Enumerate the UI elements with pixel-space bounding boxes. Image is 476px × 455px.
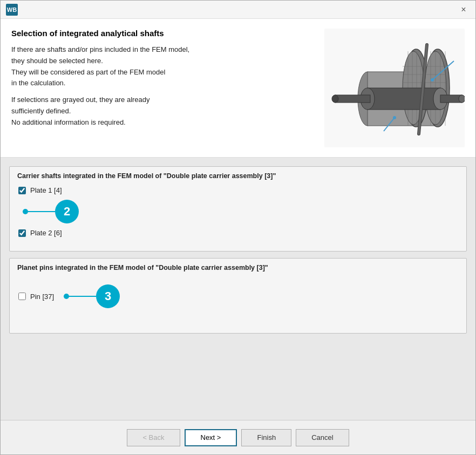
pin37-item: Pin [37] 3 xyxy=(18,284,459,308)
svg-point-34 xyxy=(459,95,465,103)
carrier-shafts-checkboxes: Plate 1 [4] 2 Plate 2 [6] xyxy=(17,186,459,237)
annotation-3-bubble: 3 xyxy=(96,284,120,308)
carrier-shafts-section: Carrier shafts integrated in the FEM mod… xyxy=(9,166,467,252)
plate2-checkbox[interactable] xyxy=(18,229,26,237)
header-text: Selection of integrated analytical shaft… xyxy=(11,29,314,147)
plate2-label[interactable]: Plate 2 [6] xyxy=(30,229,62,237)
model-illustration xyxy=(324,29,465,147)
footer: < Back Next > Finish Cancel xyxy=(1,420,475,454)
carrier-shafts-title: Carrier shafts integrated in the FEM mod… xyxy=(17,172,459,180)
next-button[interactable]: Next > xyxy=(185,429,237,446)
plate1-label[interactable]: Plate 1 [4] xyxy=(30,186,62,194)
description-paragraph-1: If there are shafts and/or pins included… xyxy=(11,44,314,89)
plate1-checkbox[interactable] xyxy=(18,187,26,194)
annotation-2-bubble: 2 xyxy=(55,200,79,223)
annotation-2-line xyxy=(23,211,55,212)
cancel-button[interactable]: Cancel xyxy=(296,429,349,446)
planet-pins-section: Planet pins integrated in the FEM model … xyxy=(9,258,467,334)
description-paragraph-2: If selections are grayed out, they are a… xyxy=(11,94,314,128)
plate1-item: Plate 1 [4] xyxy=(18,186,459,194)
description: If there are shafts and/or pins included… xyxy=(11,44,314,128)
planet-pins-checkboxes: Pin [37] 3 xyxy=(17,278,459,324)
planet-pins-title: Planet pins integrated in the FEM model … xyxy=(17,264,459,271)
pin37-checkbox[interactable] xyxy=(18,293,26,300)
main-content: Carrier shafts integrated in the FEM mod… xyxy=(1,158,475,420)
finish-button[interactable]: Finish xyxy=(241,429,291,446)
annotation-2-container: 2 xyxy=(23,200,459,223)
title-bar: WB × xyxy=(1,1,475,19)
svg-rect-28 xyxy=(368,88,440,110)
wb-app-icon: WB xyxy=(6,4,18,16)
page-title: Selection of integrated analytical shaft… xyxy=(11,29,314,38)
svg-point-38 xyxy=(431,78,434,82)
plate2-item: Plate 2 [6] xyxy=(18,229,459,237)
top-section: Selection of integrated analytical shaft… xyxy=(1,19,475,158)
pin37-label[interactable]: Pin [37] xyxy=(30,293,54,301)
svg-rect-31 xyxy=(335,95,370,103)
svg-point-40 xyxy=(393,116,396,119)
svg-point-32 xyxy=(332,95,338,103)
close-button[interactable]: × xyxy=(457,3,470,16)
back-button[interactable]: < Back xyxy=(127,429,180,446)
title-bar-left: WB xyxy=(6,4,18,16)
dialog-window: WB × Selection of integrated analytical … xyxy=(0,0,476,455)
